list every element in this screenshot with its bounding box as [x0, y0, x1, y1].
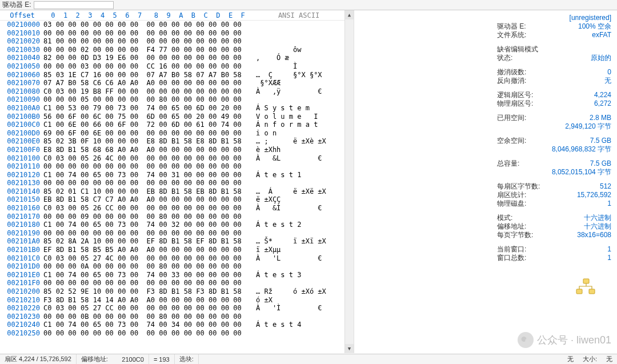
ascii-cell[interactable]: Á S y s t e m: [254, 104, 339, 113]
hex-row[interactable]: 002101C0C0 03 00 05 27 4C 00 00 00 00 00…: [0, 254, 344, 263]
ascii-cell[interactable]: è ±Xhh: [254, 146, 339, 154]
hex-cell[interactable]: F3 8D B1 58 14 14 A0 A0 A0 00 00 00 00 0…: [43, 296, 254, 305]
hex-cell[interactable]: 85 02 52 9E 10 00 00 00 F3 8D B1 58 F3 8…: [43, 287, 254, 296]
hex-cell[interactable]: E8 8D B1 58 68 68 A0 A0 A0 00 00 00 00 0…: [43, 146, 254, 154]
hex-cell[interactable]: 00 00 00 03 00 00 00 00 CC 16 00 00 00 0…: [43, 62, 254, 71]
ascii-cell[interactable]: i o n: [254, 129, 339, 138]
hex-cell[interactable]: C1 00 74 00 65 00 73 00 74 00 32 00 00 0…: [43, 221, 254, 229]
hex-row[interactable]: 002100E085 02 3B 0F 10 00 00 00 E8 8D B1…: [0, 137, 344, 146]
ascii-cell[interactable]: Á t e s t 4: [254, 321, 339, 329]
hex-cell[interactable]: C0 03 00 05 27 4C 00 00 00 00 00 00 00 0…: [43, 254, 254, 263]
ascii-cell[interactable]: V o l u m e I: [254, 113, 339, 121]
hex-row[interactable]: 0021001000 00 00 00 00 00 00 00 00 00 00…: [0, 29, 344, 38]
hex-row[interactable]: 0021007007 A7 B0 58 C6 C6 A0 A0 A0 00 00…: [0, 79, 344, 87]
ascii-cell[interactable]: , Ó æ: [254, 54, 339, 62]
hex-cell[interactable]: 85 02 01 C1 10 00 00 00 EB 8D B1 58 EB 8…: [43, 187, 254, 196]
ascii-cell[interactable]: §°XÆÆ: [254, 79, 339, 87]
hex-row[interactable]: 00210100C0 03 00 05 26 4C 00 00 00 00 00…: [0, 154, 344, 163]
ascii-cell[interactable]: À 'Ì €: [254, 304, 339, 313]
hex-cell[interactable]: 69 00 6F 00 6E 00 00 00 00 00 00 00 00 0…: [43, 129, 254, 138]
hex-cell[interactable]: 82 00 00 0D D3 19 E6 00 00 00 00 00 00 0…: [43, 54, 254, 62]
ascii-cell[interactable]: À ,ÿ €: [254, 87, 339, 96]
ascii-cell[interactable]: À &L €: [254, 154, 339, 163]
hex-cell[interactable]: C1 00 74 00 65 00 73 00 74 00 34 00 00 0…: [43, 321, 254, 329]
hex-row[interactable]: 002101F000 00 00 00 00 00 00 00 00 00 00…: [0, 279, 344, 287]
hex-row[interactable]: 002101D000 00 00 0A 00 00 00 00 00 80 00…: [0, 262, 344, 271]
hex-cell[interactable]: C0 03 00 19 B8 FF 00 00 00 00 00 00 00 0…: [43, 87, 254, 96]
ascii-cell[interactable]: [254, 279, 339, 287]
hex-cell[interactable]: C1 00 74 00 65 00 73 00 74 00 33 00 00 0…: [43, 271, 254, 279]
hex-cell[interactable]: 85 03 1E C7 16 00 00 00 07 A7 B0 58 07 A…: [43, 71, 254, 79]
hex-row[interactable]: 00210120C1 00 74 00 65 00 73 00 74 00 31…: [0, 171, 344, 179]
hex-cell[interactable]: C0 03 00 05 27 CC 00 00 00 00 00 00 00 0…: [43, 304, 254, 313]
hex-cell[interactable]: C0 03 00 05 26 4C 00 00 00 00 00 00 00 0…: [43, 154, 254, 163]
hex-cell[interactable]: EB 8D B1 58 C7 C7 A0 A0 A0 00 00 00 00 0…: [43, 195, 254, 204]
ascii-cell[interactable]: Á t e s t 2: [254, 221, 339, 229]
ascii-cell[interactable]: … Á ë ±Xë ±X: [254, 187, 339, 196]
hex-cell[interactable]: EF 8D B1 58 B5 B5 A0 A0 A0 00 00 00 00 0…: [43, 246, 254, 254]
hex-row[interactable]: 0021019000 00 00 00 00 00 00 00 00 00 00…: [0, 229, 344, 238]
hex-row[interactable]: 002101E0C1 00 74 00 65 00 73 00 74 00 33…: [0, 271, 344, 279]
hex-row[interactable]: 0021014085 02 01 C1 10 00 00 00 EB 8D B1…: [0, 187, 344, 196]
hex-row[interactable]: 00210210F3 8D B1 58 14 14 A0 A0 A0 00 00…: [0, 296, 344, 305]
hex-row[interactable]: 00210160C0 03 00 05 26 CC 00 00 00 00 00…: [0, 204, 344, 213]
hex-cell[interactable]: 00 00 00 00 00 00 00 00 00 00 00 00 00 0…: [43, 279, 254, 287]
hex-row[interactable]: 002101B0EF 8D B1 58 B5 B5 A0 A0 A0 00 00…: [0, 246, 344, 254]
tree-icon[interactable]: [574, 278, 597, 295]
ascii-cell[interactable]: Á n f o r m a t: [254, 121, 339, 129]
hex-cell[interactable]: C1 00 6E 00 66 00 6F 00 72 00 6D 00 61 0…: [43, 121, 254, 129]
hex-scrollbar[interactable]: ▲ ▼: [344, 10, 354, 353]
ascii-cell[interactable]: … Š* ï ±Xï ±X: [254, 237, 339, 246]
hex-cell[interactable]: C1 00 53 00 79 00 73 00 74 00 65 00 6D 0…: [43, 104, 254, 113]
hex-cell[interactable]: 00 00 00 00 00 00 00 00 00 00 00 00 00 0…: [43, 229, 254, 238]
hex-row[interactable]: 002100F0E8 8D B1 58 68 68 A0 A0 A0 00 00…: [0, 146, 344, 154]
hex-row[interactable]: 0021000003 00 00 00 00 00 00 00 00 00 00…: [0, 21, 344, 29]
hex-row[interactable]: 00210080C0 03 00 19 B8 FF 00 00 00 00 00…: [0, 87, 344, 96]
ascii-cell[interactable]: [254, 262, 339, 271]
hex-cell[interactable]: 00 00 00 02 00 00 00 00 F4 77 00 00 00 0…: [43, 46, 254, 54]
ascii-cell[interactable]: [254, 37, 339, 46]
hex-cell[interactable]: 00 00 00 0B 00 00 00 00 00 80 00 00 00 0…: [43, 313, 254, 321]
ascii-cell[interactable]: Ì: [254, 62, 339, 71]
hex-row[interactable]: 002100D069 00 6F 00 6E 00 00 00 00 00 00…: [0, 129, 344, 138]
hex-cell[interactable]: 00 00 00 00 00 00 00 00 00 00 00 00 00 0…: [43, 329, 254, 338]
ascii-cell[interactable]: … Ç §°X §°X: [254, 71, 339, 79]
hex-cell[interactable]: 85 02 3B 0F 10 00 00 00 E8 8D B1 58 E8 8…: [43, 137, 254, 146]
hex-row[interactable]: 0021009000 00 00 05 00 00 00 00 00 80 00…: [0, 95, 344, 104]
hex-row[interactable]: 0021003000 00 00 02 00 00 00 00 F4 77 00…: [0, 46, 344, 54]
hex-cell[interactable]: C0 03 00 05 26 CC 00 00 00 00 00 00 00 0…: [43, 204, 254, 213]
ascii-cell[interactable]: ï ±Xµµ: [254, 246, 339, 254]
hex-cell[interactable]: 81 00 00 00 00 00 00 00 00 00 00 00 00 0…: [43, 37, 254, 46]
hex-cell[interactable]: 00 00 00 00 00 00 00 00 00 00 00 00 00 0…: [43, 179, 254, 187]
ascii-cell[interactable]: … Rž ó ±Xó ±X: [254, 287, 339, 296]
scroll-up-icon[interactable]: ▲: [345, 10, 354, 19]
ascii-cell[interactable]: À 'L €: [254, 254, 339, 263]
hex-row[interactable]: 00210220C0 03 00 05 27 CC 00 00 00 00 00…: [0, 304, 344, 313]
hex-row[interactable]: 00210180C1 00 74 00 65 00 73 00 74 00 32…: [0, 221, 344, 229]
ascii-cell[interactable]: ë ±XÇÇ: [254, 195, 339, 204]
hex-cell[interactable]: 00 00 00 0A 00 00 00 00 00 80 00 00 00 0…: [43, 262, 254, 271]
hex-cell[interactable]: 56 00 6F 00 6C 00 75 00 6D 00 65 00 20 0…: [43, 113, 254, 121]
hex-row[interactable]: 0021013000 00 00 00 00 00 00 00 00 00 00…: [0, 179, 344, 187]
ascii-cell[interactable]: Á t e s t 3: [254, 271, 339, 279]
ascii-cell[interactable]: [254, 21, 339, 29]
hex-cell[interactable]: C1 00 74 00 65 00 73 00 74 00 31 00 00 0…: [43, 171, 254, 179]
hex-row[interactable]: 0021002081 00 00 00 00 00 00 00 00 00 00…: [0, 37, 344, 46]
hex-row[interactable]: 0021025000 00 00 00 00 00 00 00 00 00 00…: [0, 329, 344, 338]
ascii-cell[interactable]: ôw: [254, 46, 339, 54]
ascii-cell[interactable]: [254, 313, 339, 321]
hex-row[interactable]: 0021005000 00 00 03 00 00 00 00 CC 16 00…: [0, 62, 344, 71]
ascii-cell[interactable]: [254, 213, 339, 221]
hex-row[interactable]: 002101A085 02 8A 2A 10 00 00 00 EF 8D B1…: [0, 237, 344, 246]
ascii-cell[interactable]: [254, 95, 339, 104]
ascii-cell[interactable]: Á t e s t 1: [254, 171, 339, 179]
ascii-cell[interactable]: [254, 162, 339, 171]
ascii-cell[interactable]: [254, 29, 339, 38]
ascii-cell[interactable]: [254, 229, 339, 238]
ascii-cell[interactable]: [254, 179, 339, 187]
ascii-cell[interactable]: À &Ì €: [254, 204, 339, 213]
hex-row[interactable]: 00210150EB 8D B1 58 C7 C7 A0 A0 A0 00 00…: [0, 195, 344, 204]
ascii-cell[interactable]: … ; ë ±Xè ±X: [254, 137, 339, 146]
hex-cell[interactable]: 85 02 8A 2A 10 00 00 00 EF 8D B1 58 EF 8…: [43, 237, 254, 246]
hex-cell[interactable]: 00 00 00 00 00 00 00 00 00 00 00 00 00 0…: [43, 162, 254, 171]
